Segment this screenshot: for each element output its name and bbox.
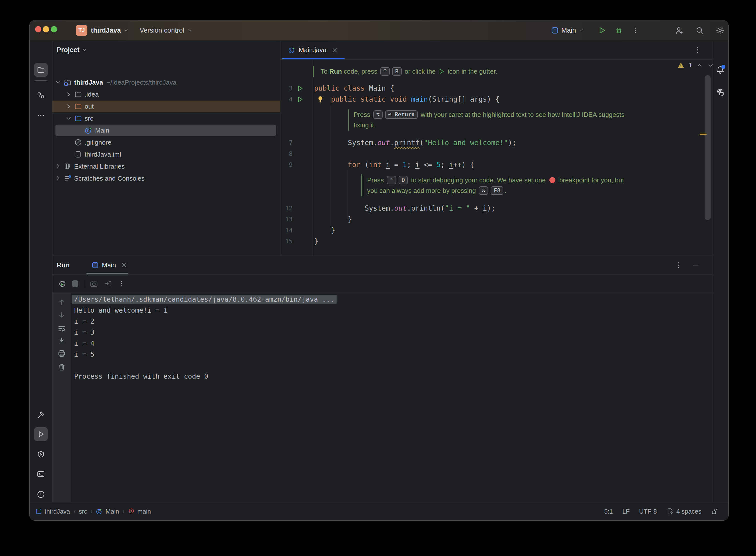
inspections-widget[interactable]: 1 [677, 62, 714, 69]
code-line-14[interactable]: 14 } [280, 225, 713, 236]
cursor-position-widget[interactable]: 5:1 [604, 508, 613, 515]
structure-tool-button[interactable] [34, 89, 48, 103]
close-tab-icon[interactable] [331, 46, 339, 54]
print-button[interactable] [58, 349, 66, 358]
terminal-tool-button[interactable] [34, 467, 48, 481]
line-number[interactable]: 12 [280, 203, 293, 214]
more-actions-button[interactable] [632, 27, 639, 34]
project-view-selector[interactable]: Project [57, 44, 87, 56]
run-tab-main[interactable]: Main [88, 256, 132, 275]
editor-options-button[interactable] [693, 46, 702, 54]
settings-button[interactable] [716, 26, 725, 35]
code-line-9[interactable]: 9 for (int i = 1; i <= 5; i++) { [280, 160, 713, 171]
clear-console-button[interactable] [58, 363, 66, 372]
tree-item-main[interactable]: CMain [56, 125, 276, 136]
code-line-13[interactable]: 13 } [280, 214, 713, 225]
line-number[interactable]: 14 [280, 225, 293, 236]
rerun-button[interactable] [58, 279, 67, 288]
stop-button[interactable] [72, 280, 78, 287]
close-run-tab-icon[interactable] [121, 262, 128, 269]
chevron-right-icon[interactable] [55, 175, 62, 182]
zoom-window-button[interactable] [51, 26, 57, 33]
tree-item-external-libraries[interactable]: External Libraries [53, 161, 280, 172]
code-line-12[interactable]: 12 System.out.println("i = " + i); [280, 203, 713, 214]
line-number[interactable]: 4 [280, 94, 293, 105]
code-with-me-button[interactable] [675, 26, 684, 35]
services-tool-button[interactable] [34, 448, 48, 461]
chevron-right-icon[interactable] [65, 103, 72, 110]
console-output[interactable]: /Users/lethanh/.sdkman/candidates/java/8… [74, 294, 713, 502]
tree-item-label: thirdJava.iml [85, 151, 121, 159]
hide-run-panel-button[interactable] [692, 261, 700, 269]
search-everywhere-button[interactable] [695, 26, 704, 35]
console-line: i = 5 [74, 349, 713, 360]
code-line-8[interactable]: 8 [280, 148, 713, 160]
prev-problem-icon[interactable] [696, 62, 703, 69]
tree-item-src[interactable]: src [53, 113, 280, 124]
tree-item-scratches-and-consoles[interactable]: Scratches and Consoles [53, 173, 280, 184]
run-tool-button[interactable] [34, 427, 48, 441]
code-line-7[interactable]: 7 System.out.printf("Hello and welcome!"… [280, 138, 713, 148]
line-separator-widget[interactable]: LF [622, 508, 630, 515]
encoding-widget[interactable]: UTF-8 [639, 508, 657, 515]
run-panel-options-button[interactable] [675, 261, 683, 269]
line-number[interactable]: 15 [280, 236, 293, 247]
breadcrumb-thirdjava[interactable]: thirdJava [35, 508, 70, 515]
version-control-menu[interactable]: Version control [140, 21, 193, 40]
debug-button[interactable] [615, 26, 623, 35]
next-occurrence-button[interactable] [58, 311, 66, 319]
project-menu[interactable]: thirdJava [91, 21, 129, 40]
terminal-icon [37, 470, 45, 479]
tab-main-java[interactable]: C Main.java [284, 41, 343, 60]
notifications-button[interactable] [715, 65, 726, 75]
capture-memory-snapshot-button[interactable] [90, 279, 98, 288]
code-editor[interactable]: To Run code, press ^R or click the icon … [280, 60, 713, 256]
scroll-to-end-button[interactable] [58, 337, 66, 345]
line-number[interactable]: 13 [280, 214, 293, 225]
tree-item--gitignore[interactable]: .gitignore [53, 137, 280, 148]
soft-wrap-button[interactable] [58, 324, 66, 333]
tree-item-thirdjava-iml[interactable]: thirdJava.iml [53, 149, 280, 160]
minimize-window-button[interactable] [43, 26, 49, 33]
project-avatar[interactable]: TJ [76, 25, 88, 36]
ai-assistant-button[interactable] [715, 87, 726, 98]
run-button[interactable] [598, 26, 606, 35]
tree-item--idea[interactable]: .idea [53, 89, 280, 100]
tree-item-out[interactable]: out [53, 101, 280, 112]
code-line-3[interactable]: 3public class Main { [280, 83, 713, 94]
more-tools-button[interactable] [34, 108, 48, 123]
close-window-button[interactable] [35, 26, 41, 33]
chevron-down-icon[interactable] [55, 79, 62, 86]
file-lock-icon[interactable] [711, 508, 719, 515]
line-number[interactable]: 3 [280, 83, 293, 94]
run-panel-title[interactable]: Run [57, 256, 70, 275]
breadcrumb-main[interactable]: CMain [96, 508, 119, 515]
editor-scrollbar[interactable] [705, 75, 711, 220]
breadcrumb-main[interactable]: mmain [128, 508, 151, 515]
tree-item-thirdjava[interactable]: thirdJava~/IdeaProjects/thirdJava [53, 77, 280, 88]
code-line-4[interactable]: 4 public static void main(String[] args)… [280, 94, 713, 105]
run-toolbar-more-button[interactable] [118, 280, 125, 287]
run-configuration-select[interactable]: Main [551, 21, 584, 40]
project-tool-button[interactable] [34, 63, 48, 77]
chevron-right-icon[interactable] [55, 163, 62, 170]
code-line-15[interactable]: 15} [280, 236, 713, 247]
chevron-down-icon[interactable] [65, 115, 72, 122]
build-tool-button[interactable] [34, 408, 48, 422]
warning-stripe-mark[interactable] [700, 134, 707, 135]
export-output-button[interactable] [104, 279, 112, 288]
indent-widget[interactable]: 4 spaces [666, 508, 701, 515]
breadcrumb-separator: › [123, 508, 125, 515]
next-problem-icon[interactable] [707, 62, 714, 69]
run-line-icon[interactable] [297, 85, 304, 92]
ai-assistant-icon [716, 88, 725, 97]
run-line-icon[interactable] [297, 96, 304, 103]
problems-tool-button[interactable] [34, 487, 48, 501]
chevron-right-icon[interactable] [65, 91, 72, 98]
breadcrumb-src[interactable]: src [79, 508, 87, 515]
line-number[interactable]: 8 [280, 148, 293, 160]
line-number[interactable]: 7 [280, 138, 293, 148]
prev-occurrence-button[interactable] [58, 298, 66, 307]
intention-bulb-icon[interactable] [317, 96, 324, 104]
line-number[interactable]: 9 [280, 160, 293, 171]
